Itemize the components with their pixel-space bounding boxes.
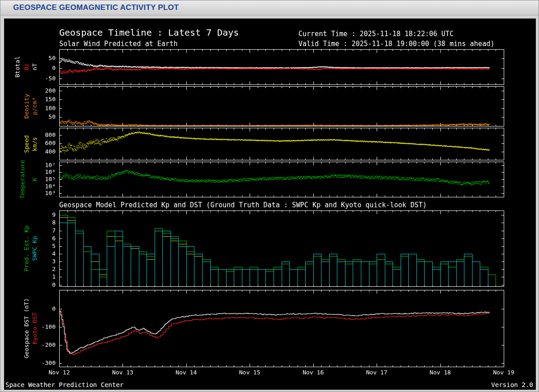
y-tick-label-p1: 50 xyxy=(4,55,56,62)
x-tick-label: Nov 16 xyxy=(303,369,324,376)
axis-label-p3-0: Speed xyxy=(23,135,30,153)
axis-label-p1-1: Bz xyxy=(23,63,30,70)
y-tick-label-p6: 0 xyxy=(4,305,56,313)
y-tick-label-p4: 10⁴ xyxy=(4,183,56,190)
x-tick-label: Nov 12 xyxy=(49,369,70,376)
axis-label-p5-0: Pred. Est. Kp xyxy=(23,225,30,271)
footer-swpc-label: Space Weather Prediction Center xyxy=(5,381,123,388)
x-tick-label: Nov 14 xyxy=(175,369,197,376)
x-tick-label: Nov 19 xyxy=(493,369,515,376)
y-tick-label-p1: -50 xyxy=(4,75,56,82)
y-tick-label-p4: 10⁷ xyxy=(4,162,56,169)
axis-label-p5-1: SWPC Kp xyxy=(31,236,38,261)
y-tick-label-p5: 2 xyxy=(4,266,56,273)
y-tick-label-p5: 4 xyxy=(4,250,56,257)
current-time-label: Current Time : 2025-11-18 18:22:06 UTC xyxy=(298,30,454,38)
x-tick-label: Nov 17 xyxy=(366,369,388,376)
y-tick-label-p3: 800 xyxy=(4,131,56,139)
valid-time-label: Valid Time : 2025-11-18 19:00:00 (38 min… xyxy=(298,40,494,48)
y-tick-label-p4: 10⁵ xyxy=(4,176,56,183)
y-tick-label-p2: 100 xyxy=(4,105,56,112)
axis-label-p2-0: Density xyxy=(23,94,30,119)
y-tick-label-p5: 3 xyxy=(4,258,56,265)
geospace-timeline-plot: Geospace Timeline : Latest 7 Days Curren… xyxy=(4,19,536,390)
y-tick-label-p5: 0 xyxy=(4,281,56,289)
x-tick-label: Nov 18 xyxy=(430,369,451,376)
axis-label-p2-1: p/cm³ xyxy=(31,97,38,115)
kp-dst-section-title: Geospace Model Predicted Kp and DST (Gro… xyxy=(59,201,427,209)
y-tick-label-p5: 1 xyxy=(4,273,56,280)
axis-label-p4-0: Temperature xyxy=(19,160,26,199)
page-header: GEOSPACE GEOMAGNETIC ACTIVITY PLOT xyxy=(0,0,539,15)
solar-wind-subtitle: Solar Wind Predicted at Earth xyxy=(59,40,178,48)
y-tick-label-p6: -300 xyxy=(4,359,56,367)
y-tick-label-p5: 9 xyxy=(4,211,56,219)
y-tick-label-p5: 6 xyxy=(4,235,56,242)
y-tick-label-p2: 200 xyxy=(4,87,56,94)
y-tick-label-p6: -100 xyxy=(4,323,56,331)
geospace-activity-page: GEOSPACE GEOMAGNETIC ACTIVITY PLOT Geosp… xyxy=(0,0,539,392)
axis-label-p1-2: nT xyxy=(31,63,38,70)
y-tick-label-p5: 5 xyxy=(4,243,56,250)
axis-label-p1-0: Btotal xyxy=(14,56,21,78)
y-tick-label-p1: 0 xyxy=(4,65,56,72)
page-title: GEOSPACE GEOMAGNETIC ACTIVITY PLOT xyxy=(13,3,179,12)
x-tick-label: Nov 13 xyxy=(112,369,133,376)
y-tick-label-p4: 10³ xyxy=(4,190,56,197)
axis-label-p6-1: Kyoto DST xyxy=(31,313,38,344)
timeline-plot-canvas xyxy=(4,19,536,375)
x-tick-label: Nov 15 xyxy=(239,369,260,376)
footer-version-label: Version 2.0 xyxy=(491,381,533,388)
y-tick-label-p3: 600 xyxy=(4,140,56,147)
y-tick-label-p5: 7 xyxy=(4,227,56,234)
y-tick-label-p6: -200 xyxy=(4,341,56,349)
y-tick-label-p3: 400 xyxy=(4,148,56,155)
axis-label-p4-1: K xyxy=(31,177,38,181)
axis-label-p3-1: km/s xyxy=(31,137,38,151)
plot-title: Geospace Timeline : Latest 7 Days xyxy=(59,27,239,38)
y-tick-label-p2: 150 xyxy=(4,96,56,103)
y-tick-label-p5: 8 xyxy=(4,219,56,226)
y-tick-label-p4: 10⁶ xyxy=(4,168,56,176)
y-tick-label-p2: 50 xyxy=(4,113,56,121)
axis-label-p6-0: Geospace DST (nT) xyxy=(23,298,30,358)
